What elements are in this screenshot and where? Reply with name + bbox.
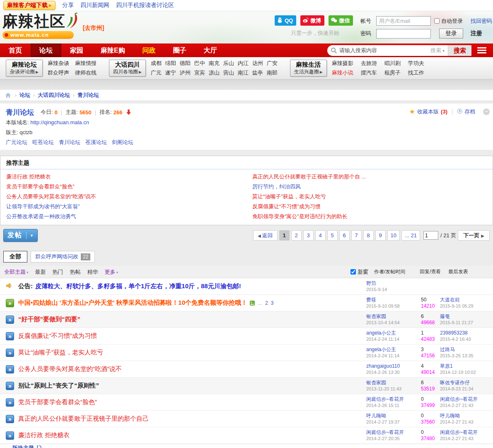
page-button[interactable]: 9 xyxy=(375,230,386,241)
thread-title-link[interactable]: 别让“原则上”丧失了“原则性” xyxy=(18,382,99,390)
thread-title-link[interactable]: 公务人员要带头对莫名堂的“吃酒”说不 xyxy=(18,365,122,373)
subnav-link[interactable]: 麻辣情报 xyxy=(75,60,97,67)
qq-login-button[interactable]: QQ xyxy=(275,15,296,26)
subnav-link[interactable]: 找工作 xyxy=(408,69,424,77)
subnav-link[interactable]: 德阳 xyxy=(180,60,191,67)
page-back-button[interactable]: ◀返回 xyxy=(253,230,278,241)
thread-title-link[interactable]: 皮薄粒大、籽软汁多、多籽多福，单个1斤左右，净重10斤，88元川渝包邮! xyxy=(35,282,241,290)
recommended-topic-link[interactable]: 真正的人民公仆就要敢于正视镜子里的那个自 ... xyxy=(252,173,366,180)
subnav-link[interactable]: 内江 xyxy=(238,60,249,67)
recommended-topic-link[interactable]: 公开整改承诺是一种政治勇气 xyxy=(6,213,76,219)
subnav-link[interactable]: 宜宾 xyxy=(194,69,205,77)
author-link[interactable]: angela小公主 xyxy=(366,330,421,336)
related-forum-link[interactable]: 旺苍论坛 xyxy=(32,139,54,145)
subnav-link[interactable]: 南部 xyxy=(267,69,278,77)
archive-link[interactable]: 存档 xyxy=(464,108,475,116)
subnav-link[interactable]: 律师在线 xyxy=(75,69,97,77)
subnav-link[interactable]: 巴中 xyxy=(194,60,205,67)
lastpost-author-link[interactable]: 啄佐专谌作仔 xyxy=(440,380,493,386)
register-link[interactable]: 注册 xyxy=(471,30,482,37)
author-link[interactable]: 费筱 xyxy=(366,297,421,303)
subnav-box[interactable]: 大话四川四川各地圈▶ xyxy=(109,60,146,77)
search-scope-dropdown[interactable]: 搜索▾ xyxy=(430,47,445,54)
subnav-box[interactable]: 麻辣论坛杂谈评论圈▶ xyxy=(6,60,43,77)
thread-title-link[interactable]: 真正的人民公仆就要敢于正视镜子里的那个自己 xyxy=(18,415,149,423)
thread-title-link[interactable]: 党员干部要学会看群众“脸色” xyxy=(18,398,97,406)
related-forum-link[interactable]: 青川论坛 xyxy=(59,139,80,145)
thread-title-link[interactable]: 莫让“油嘴子”获益，老实人吃亏 xyxy=(18,349,103,356)
lastpost-author-link[interactable]: 2398953238 xyxy=(440,330,493,336)
subnav-link[interactable]: 麻辣摄影 xyxy=(332,60,353,67)
thread-title-link[interactable]: “好干部”要做到“四要” xyxy=(18,316,80,323)
author-link[interactable]: 呼儿嗨呦 xyxy=(366,413,421,419)
filter-link[interactable]: 更多▾ xyxy=(105,269,118,275)
next-page-button[interactable]: 下一页▶ xyxy=(458,230,490,241)
collapse-button[interactable]: − xyxy=(483,108,490,115)
subnav-link[interactable]: 盐亭 xyxy=(252,69,263,77)
author-link[interactable]: 闲庭信步~看花开 xyxy=(366,396,421,402)
page-button[interactable]: 8 xyxy=(363,230,374,241)
subnav-link[interactable]: 营山 xyxy=(223,69,234,77)
author-link[interactable]: zhangaiguo110 xyxy=(366,363,421,369)
subnav-link[interactable]: 群众呼声 xyxy=(48,69,69,77)
subnav-link[interactable]: 去旅游 xyxy=(361,60,377,67)
author-link[interactable]: angela小公主 xyxy=(366,347,421,353)
lastpost-author-link[interactable]: 草原1 xyxy=(440,363,493,369)
page-button[interactable]: 3 xyxy=(303,230,314,241)
site-logo[interactable]: 麻辣社区 www.mala.cn xyxy=(2,12,76,39)
nav-item-homeland[interactable]: 家园 xyxy=(61,43,92,57)
breadcrumb-link[interactable]: 大话四川论坛 xyxy=(38,92,70,98)
subnav-link[interactable]: 麻辣小说 xyxy=(332,69,353,77)
recommended-topic-link[interactable]: 让领导干部成为读书的“大富翁” xyxy=(6,203,80,210)
author-link[interactable]: 闲庭信步~看花开 xyxy=(366,429,421,436)
filter-link[interactable]: 最新 xyxy=(35,269,46,275)
page-jump-input[interactable] xyxy=(423,231,438,240)
page-button[interactable]: 4 xyxy=(315,230,326,241)
search-input[interactable] xyxy=(339,47,430,53)
topbar-link[interactable]: 分享 xyxy=(62,2,74,8)
nav-item-wenzheng[interactable]: 问政 xyxy=(134,43,164,57)
subnav-link[interactable]: 绵阳 xyxy=(165,60,176,67)
thread-page-link[interactable]: 2 xyxy=(265,300,268,306)
recommended-topic-link[interactable]: 廉洁行政 拒绝糖衣 xyxy=(6,173,51,180)
filter-link[interactable]: 精华 xyxy=(87,269,98,275)
subnav-link[interactable]: 租房子 xyxy=(384,69,401,77)
account-input[interactable] xyxy=(376,16,431,26)
related-forum-link[interactable]: 剑阁论坛 xyxy=(112,139,133,145)
nav-item-home[interactable]: 首页 xyxy=(0,43,31,57)
subnav-link[interactable]: 唱川剧 xyxy=(384,60,401,67)
go-city-link[interactable]: [去市州] xyxy=(83,24,104,32)
page-button[interactable]: 7 xyxy=(351,230,362,241)
subnav-link[interactable]: 泸州 xyxy=(180,69,191,77)
refresh-icon[interactable] xyxy=(36,445,42,448)
weibo-login-button[interactable]: 微博 xyxy=(300,15,324,26)
subnav-link[interactable]: 广安 xyxy=(267,60,278,67)
forum-name[interactable]: 青川论坛 xyxy=(6,108,34,117)
tab-item[interactable]: 全部 xyxy=(3,251,27,263)
password-input[interactable] xyxy=(376,29,431,39)
thread-title-link[interactable]: 中国•四姑娘山 ‘东方圣山•户外天堂’ 秋季采风活动招募啦！10个免费名额等你抢… xyxy=(18,299,247,307)
filter-link[interactable]: 热帖 xyxy=(70,269,81,275)
search-button[interactable]: 搜索 xyxy=(448,45,471,56)
recommended-topic-link[interactable]: 莫让“油嘴子”获益，老实人吃亏 xyxy=(252,193,326,200)
nav-item-eshop[interactable]: 麻辣E购 xyxy=(92,43,134,57)
recommended-topic-link[interactable]: 免职领导变身“寓公”是对违纪行为的助长 xyxy=(252,213,348,219)
lastpost-author-link[interactable]: 闲庭信步~看花开 xyxy=(440,396,493,402)
lastpost-author-link[interactable]: 大道在前 xyxy=(440,297,493,303)
filter-link[interactable]: 热门 xyxy=(53,269,63,275)
breadcrumb-link[interactable]: 论坛 xyxy=(19,92,30,98)
lastpost-author-link[interactable]: 呼儿嗨呦 xyxy=(440,413,493,419)
new-window-option[interactable]: 新窗 xyxy=(350,268,368,276)
author-link[interactable]: 银杏家园 xyxy=(366,380,421,386)
topbar-link[interactable]: 四川新闻网 xyxy=(80,2,109,8)
nav-item-hall[interactable]: 大厅 xyxy=(195,43,226,57)
page-button[interactable]: 5 xyxy=(327,230,338,241)
subnav-link[interactable]: 摆汽车 xyxy=(361,69,377,77)
subnav-link[interactable]: 遂宁 xyxy=(165,69,176,77)
subnav-link[interactable]: 成都 xyxy=(151,60,162,67)
related-forum-link[interactable]: 苍溪论坛 xyxy=(85,139,107,145)
subnav-link[interactable]: 南江 xyxy=(238,69,249,77)
page-button[interactable]: 1 xyxy=(279,230,290,241)
nav-item-forum[interactable]: 论坛 xyxy=(31,43,61,57)
subnav-link[interactable]: 学功夫 xyxy=(408,60,424,67)
